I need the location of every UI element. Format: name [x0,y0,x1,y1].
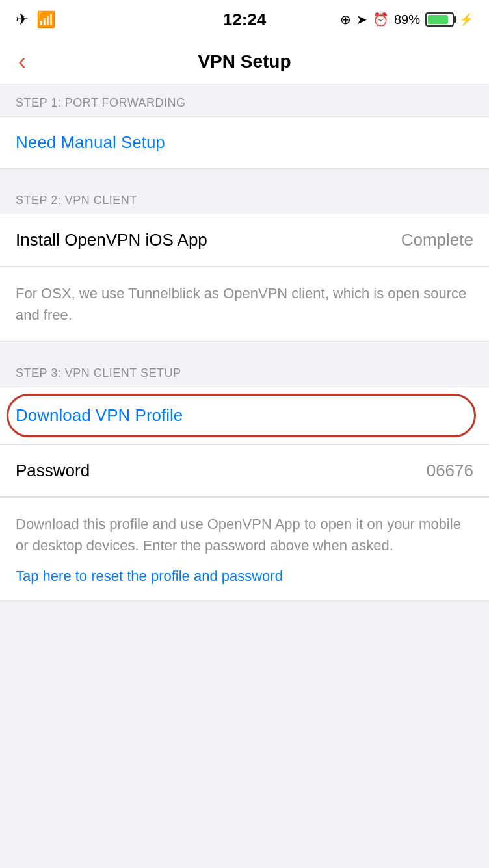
airplane-icon: ✈ [16,10,29,29]
step1-header: STEP 1: PORT FORWARDING [0,84,489,116]
password-row: Password 06676 [16,461,473,481]
step3-header: STEP 3: VPN CLIENT SETUP [0,355,489,387]
battery-icon [425,12,454,27]
section-gap-1 [0,169,489,182]
battery-fill [428,15,448,24]
main-content: STEP 1: PORT FORWARDING Need Manual Setu… [0,84,489,868]
status-time: 12:24 [223,10,267,30]
reset-profile-link[interactable]: Tap here to reset the profile and passwo… [16,568,283,584]
step2-description: For OSX, we use Tunnelblick as OpenVPN c… [16,285,466,323]
install-row: Install OpenVPN iOS App Complete [16,230,473,250]
location-icon: ⊕ [340,12,351,27]
charging-icon: ⚡ [459,12,473,27]
install-status: Complete [401,230,473,250]
battery-percentage: 89% [394,12,420,27]
status-bar: ✈ 📶 12:24 ⊕ ➤ ⏰ 89% ⚡ [0,0,489,39]
section-gap-2 [0,342,489,355]
navigation-icon: ➤ [356,12,367,27]
password-cell: Password 06676 [0,444,489,497]
password-value: 06676 [427,461,473,481]
step2-description-cell: For OSX, we use Tunnelblick as OpenVPN c… [0,266,489,342]
nav-bar: ‹ VPN Setup [0,39,489,84]
step1-cell: Need Manual Setup [0,116,489,169]
install-label: Install OpenVPN iOS App [16,230,207,250]
step3-description: Download this profile and use OpenVPN Ap… [16,513,473,556]
back-button[interactable]: ‹ [13,47,31,76]
page-title: VPN Setup [198,51,291,72]
status-right-icons: ⊕ ➤ ⏰ 89% ⚡ [340,12,473,27]
download-vpn-cell[interactable]: Download VPN Profile [0,387,489,444]
status-left-icons: ✈ 📶 [16,10,56,29]
need-manual-setup-link[interactable]: Need Manual Setup [16,133,165,152]
install-openvpn-cell: Install OpenVPN iOS App Complete [0,214,489,266]
wifi-icon: 📶 [36,10,56,29]
step2-header: STEP 2: VPN CLIENT [0,182,489,214]
step3-description-cell: Download this profile and use OpenVPN Ap… [0,497,489,601]
password-label: Password [16,461,90,481]
alarm-icon: ⏰ [373,12,389,27]
download-vpn-link[interactable]: Download VPN Profile [16,405,183,425]
